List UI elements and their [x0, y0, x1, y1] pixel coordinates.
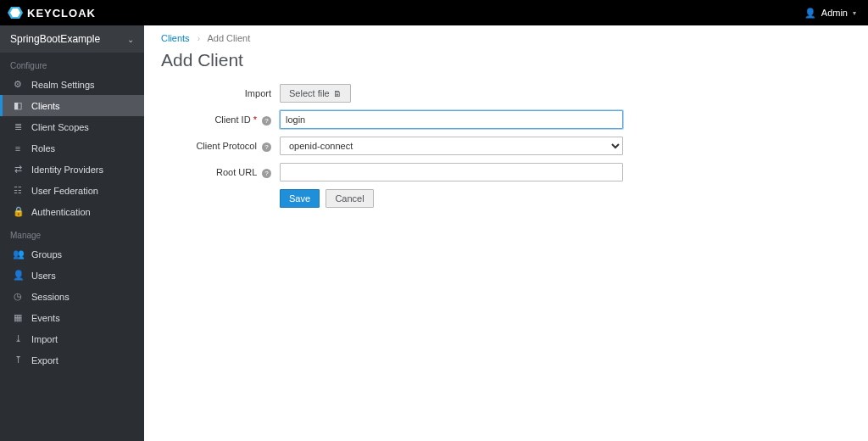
- main-content: Clients › Add Client Add Client Import S…: [144, 25, 868, 441]
- sidebar-item-label: Realm Settings: [31, 80, 95, 90]
- list-icon: ≣: [13, 121, 23, 132]
- chevron-down-icon: ⌄: [127, 35, 134, 44]
- sidebar-item-users[interactable]: 👤Users: [0, 265, 144, 286]
- sidebar-item-groups[interactable]: 👥Groups: [0, 243, 144, 265]
- breadcrumb-root-link[interactable]: Clients: [161, 33, 190, 43]
- client-id-input[interactable]: [280, 110, 623, 129]
- save-button[interactable]: Save: [280, 189, 320, 208]
- calendar-icon: ▦: [13, 312, 23, 323]
- sidebar-sections: Configure⚙Realm Settings◧Clients≣Client …: [0, 53, 144, 371]
- sidebar-item-user-federation[interactable]: ☷User Federation: [0, 180, 144, 201]
- sidebar-item-label: Sessions: [31, 292, 70, 302]
- help-icon[interactable]: ?: [262, 142, 271, 152]
- sidebar-item-label: Groups: [31, 249, 62, 260]
- root-url-input[interactable]: [280, 163, 623, 181]
- sidebar-item-label: Users: [31, 271, 56, 281]
- help-icon[interactable]: ?: [262, 116, 271, 126]
- sidebar-item-label: Clients: [31, 101, 60, 111]
- cube-icon: ◧: [13, 100, 23, 111]
- lock-icon: 🔒: [13, 206, 23, 217]
- row-actions: Save Cancel: [161, 189, 788, 208]
- row-client-id: Client ID * ?: [161, 110, 788, 129]
- breadcrumb-current: Add Client: [207, 33, 250, 43]
- sidebar-item-authentication[interactable]: 🔒Authentication: [0, 201, 144, 222]
- sidebar-item-events[interactable]: ▦Events: [0, 307, 144, 328]
- sidebar-item-label: Export: [31, 355, 58, 366]
- bars-icon: ≡: [13, 143, 23, 154]
- sidebar-item-label: Authentication: [31, 207, 91, 217]
- sidebar: SpringBootExample ⌄ Configure⚙Realm Sett…: [0, 25, 144, 441]
- user-menu[interactable]: 👤 Admin ▾: [804, 8, 856, 19]
- sidebar-item-client-scopes[interactable]: ≣Client Scopes: [0, 116, 144, 137]
- sidebar-item-identity-providers[interactable]: ⇄Identity Providers: [0, 159, 144, 180]
- export-icon: ⤒: [13, 354, 23, 366]
- brand-logo[interactable]: KEYCLOAK: [7, 4, 96, 21]
- clock-icon: ◷: [13, 291, 23, 302]
- user-label: Admin: [821, 8, 848, 18]
- help-icon[interactable]: ?: [262, 169, 271, 178]
- chevron-down-icon: ▾: [853, 9, 856, 17]
- label-client-protocol: Client Protocol ?: [161, 141, 280, 152]
- sidebar-item-label: Client Scopes: [31, 122, 89, 132]
- sidebar-item-label: Events: [31, 313, 60, 323]
- file-icon: 🗎: [333, 89, 342, 98]
- sliders-icon: ⚙: [13, 79, 23, 90]
- sidebar-item-export[interactable]: ⤒Export: [0, 349, 144, 371]
- select-file-button[interactable]: Select file 🗎: [280, 84, 351, 103]
- cancel-button[interactable]: Cancel: [326, 189, 373, 208]
- client-protocol-select[interactable]: openid-connectsaml: [280, 137, 623, 155]
- top-bar: KEYCLOAK 👤 Admin ▾: [0, 0, 868, 25]
- sidebar-item-label: Import: [31, 334, 58, 344]
- sidebar-item-clients[interactable]: ◧Clients: [0, 95, 144, 116]
- sidebar-item-label: Identity Providers: [31, 165, 103, 175]
- keycloak-logo-icon: [7, 4, 24, 21]
- db-icon: ☷: [13, 185, 23, 196]
- sidebar-item-sessions[interactable]: ◷Sessions: [0, 286, 144, 307]
- breadcrumb-separator-icon: ›: [198, 34, 200, 43]
- sidebar-item-label: User Federation: [31, 186, 98, 196]
- sidebar-section-title: Configure: [0, 53, 144, 74]
- label-root-url: Root URL ?: [161, 167, 280, 178]
- group-icon: 👥: [13, 248, 23, 260]
- add-client-form: Import Select file 🗎 Client ID * ?: [161, 84, 788, 208]
- sidebar-item-label: Roles: [31, 143, 55, 154]
- import-icon: ⤓: [13, 333, 23, 344]
- page-title: Add Client: [161, 50, 851, 70]
- row-import: Import Select file 🗎: [161, 84, 788, 103]
- brand-name: KEYCLOAK: [27, 7, 96, 20]
- link-icon: ⇄: [13, 164, 23, 175]
- realm-selector[interactable]: SpringBootExample ⌄: [0, 25, 144, 53]
- label-client-id: Client ID * ?: [161, 114, 280, 126]
- row-client-protocol: Client Protocol ? openid-connectsaml: [161, 137, 788, 155]
- realm-name: SpringBootExample: [10, 33, 100, 45]
- sidebar-item-import[interactable]: ⤓Import: [0, 328, 144, 349]
- row-root-url: Root URL ?: [161, 163, 788, 181]
- user-icon: 👤: [13, 270, 23, 281]
- user-icon: 👤: [804, 8, 816, 19]
- sidebar-section-title: Manage: [0, 222, 144, 243]
- sidebar-item-roles[interactable]: ≡Roles: [0, 137, 144, 159]
- label-import: Import: [161, 88, 280, 98]
- breadcrumb: Clients › Add Client: [161, 33, 851, 43]
- sidebar-item-realm-settings[interactable]: ⚙Realm Settings: [0, 74, 144, 95]
